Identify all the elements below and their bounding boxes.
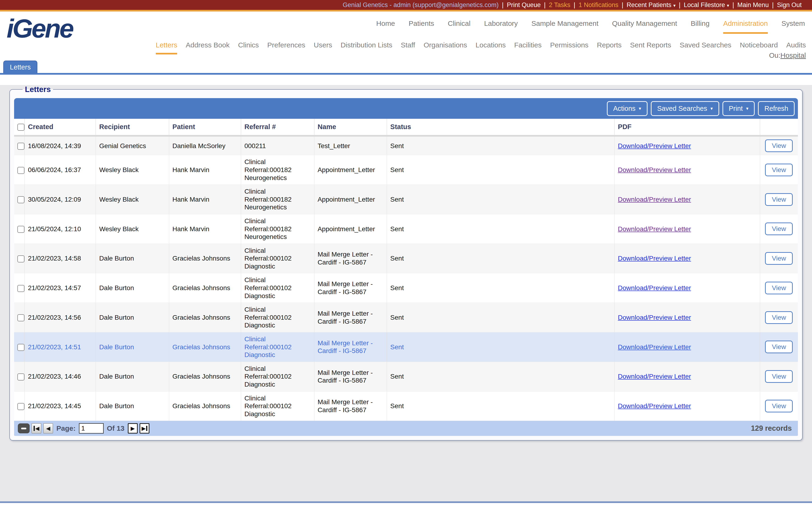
row-checkbox[interactable] [17, 196, 24, 203]
view-button[interactable]: View [765, 139, 793, 152]
main-navigation: HomePatientsClinicalLaboratorySample Man… [376, 19, 805, 34]
subnav-clinics[interactable]: Clinics [238, 41, 259, 54]
cell-created: 21/02/2023, 14:51 [24, 332, 96, 362]
actions-button[interactable]: Actions▾ [607, 101, 648, 116]
nav-billing[interactable]: Billing [691, 19, 710, 34]
refresh-button[interactable]: Refresh [758, 101, 795, 116]
prev-page-button[interactable]: ◀ [43, 423, 53, 434]
nav-quality-management[interactable]: Quality Management [612, 19, 677, 34]
topbar-item-2-tasks[interactable]: 2 Tasks [549, 1, 570, 8]
row-checkbox[interactable] [17, 374, 24, 381]
last-page-button[interactable]: ▶ [140, 423, 149, 434]
select-all-checkbox[interactable] [17, 124, 24, 131]
download-preview-link[interactable]: Download/Preview Letter [618, 284, 691, 291]
nav-patients[interactable]: Patients [409, 19, 434, 34]
view-button[interactable]: View [765, 164, 793, 176]
cell-pdf: Download/Preview Letter [614, 214, 760, 244]
collapse-results-button[interactable] [18, 424, 30, 433]
row-checkbox[interactable] [17, 285, 24, 292]
cell-referral: Clinical Referral:000182 Neurogenetics [241, 214, 314, 244]
subnav-reports[interactable]: Reports [597, 41, 622, 54]
print-button[interactable]: Print▾ [722, 101, 755, 116]
download-preview-link[interactable]: Download/Preview Letter [618, 343, 691, 351]
view-button[interactable]: View [765, 341, 793, 353]
separator: | [618, 1, 627, 8]
chevron-down-icon: ▾ [639, 106, 641, 111]
panel-legend: Letters [22, 85, 53, 94]
cell-view: View [760, 273, 798, 303]
subnav-staff[interactable]: Staff [401, 41, 415, 54]
cell-checkbox [14, 136, 24, 155]
ou-hospital-link[interactable]: Hospital [780, 51, 806, 59]
topbar-item-print-queue[interactable]: Print Queue [507, 1, 541, 8]
nav-administration[interactable]: Administration [723, 19, 768, 34]
subnav-locations[interactable]: Locations [475, 41, 506, 54]
view-button[interactable]: View [765, 252, 793, 265]
download-preview-link[interactable]: Download/Preview Letter [618, 402, 691, 410]
nav-system[interactable]: System [781, 19, 805, 34]
view-button[interactable]: View [765, 370, 793, 383]
topbar-item-main-menu[interactable]: Main Menu [737, 1, 769, 8]
download-preview-link[interactable]: Download/Preview Letter [618, 196, 691, 203]
cell-recipient: Wesley Black [96, 155, 169, 185]
nav-home[interactable]: Home [376, 19, 395, 34]
download-preview-link[interactable]: Download/Preview Letter [618, 142, 691, 150]
topbar-item-1-notifications[interactable]: 1 Notifications [578, 1, 618, 8]
cell-recipient: Wesley Black [96, 185, 169, 214]
subnav-letters[interactable]: Letters [156, 41, 177, 54]
row-checkbox[interactable] [17, 403, 24, 410]
subnav-preferences[interactable]: Preferences [267, 41, 305, 54]
subnav-sent-reports[interactable]: Sent Reports [630, 41, 671, 54]
download-preview-link[interactable]: Download/Preview Letter [618, 373, 691, 380]
view-button[interactable]: View [765, 282, 793, 294]
subnav-distribution-lists[interactable]: Distribution Lists [341, 41, 392, 54]
page-label: Page: [56, 425, 75, 432]
saved-searches-button[interactable]: Saved Searches▾ [651, 101, 719, 116]
download-preview-link[interactable]: Download/Preview Letter [618, 255, 691, 262]
view-button[interactable]: View [765, 223, 793, 235]
row-checkbox[interactable] [17, 167, 24, 174]
letters-panel: Letters Actions▾Saved Searches▾Print▾Ref… [9, 85, 803, 441]
row-checkbox[interactable] [17, 226, 24, 233]
cell-view: View [760, 391, 798, 421]
row-checkbox[interactable] [17, 256, 24, 263]
topbar-item-recent-patients[interactable]: Recent Patients▾ [627, 1, 675, 8]
topbar-item-local-filestore[interactable]: Local Filestore▾ [684, 1, 729, 8]
tab-letters[interactable]: Letters [3, 61, 37, 73]
subnav-organisations[interactable]: Organisations [424, 41, 467, 54]
cell-pdf: Download/Preview Letter [614, 155, 760, 185]
row-checkbox[interactable] [17, 314, 24, 321]
tab-strip: Letters [0, 59, 812, 73]
subnav-saved-searches[interactable]: Saved Searches [680, 41, 731, 54]
col-referral: Referral # [241, 119, 314, 136]
view-button[interactable]: View [765, 400, 793, 412]
col-status: Status [387, 119, 615, 136]
subnav-users[interactable]: Users [314, 41, 332, 54]
separator: | [499, 1, 507, 8]
download-preview-link[interactable]: Download/Preview Letter [618, 225, 691, 233]
cell-name: Mail Merge Letter - Cardiff - IG-5867 [314, 391, 387, 421]
nav-sample-management[interactable]: Sample Management [531, 19, 598, 34]
view-button[interactable]: View [765, 311, 793, 324]
page-number-input[interactable] [79, 423, 104, 434]
subnav-address-book[interactable]: Address Book [186, 41, 230, 54]
cell-status: Sent [387, 332, 615, 362]
next-page-button[interactable]: ▶ [128, 423, 138, 434]
download-preview-link[interactable]: Download/Preview Letter [618, 314, 691, 321]
cell-pdf: Download/Preview Letter [614, 362, 760, 391]
subnav-permissions[interactable]: Permissions [550, 41, 588, 54]
nav-laboratory[interactable]: Laboratory [484, 19, 518, 34]
nav-clinical[interactable]: Clinical [448, 19, 471, 34]
cell-patient: Gracielas Johnsons [169, 273, 241, 303]
row-checkbox[interactable] [17, 344, 24, 351]
cell-recipient: Dale Burton [96, 244, 169, 273]
subnav-facilities[interactable]: Facilities [514, 41, 542, 54]
first-page-button[interactable]: ◀ [32, 423, 41, 434]
view-button[interactable]: View [765, 193, 793, 206]
topbar-item-sign-out[interactable]: Sign Out [777, 1, 802, 8]
account-info: Genial Genetics - admin (support@genialg… [343, 1, 499, 9]
download-preview-link[interactable]: Download/Preview Letter [618, 166, 691, 173]
table-row: 21/02/2023, 14:58Dale BurtonGracielas Jo… [14, 244, 798, 273]
cell-name: Test_Letter [314, 136, 387, 155]
row-checkbox[interactable] [17, 143, 24, 150]
